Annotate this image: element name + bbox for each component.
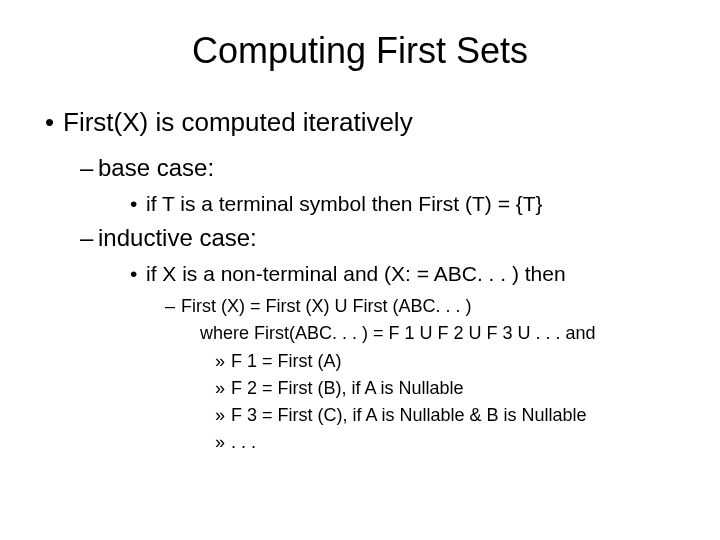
main-point-text: First(X) is computed iteratively bbox=[63, 107, 413, 137]
base-case-header: –base case: bbox=[80, 154, 680, 182]
inductive-sub1: –First (X) = First (X) U First (ABC. . .… bbox=[165, 294, 680, 318]
inductive-case-rule-text: if X is a non-terminal and (X: = ABC. . … bbox=[146, 262, 566, 285]
bullet-icon: • bbox=[130, 262, 146, 286]
inductive-case-label: inductive case: bbox=[98, 224, 257, 251]
inductive-sub1-text: First (X) = First (X) U First (ABC. . . … bbox=[181, 296, 471, 316]
inductive-sub1-where: where First(ABC. . . ) = F 1 U F 2 U F 3… bbox=[200, 321, 680, 345]
dash-icon: – bbox=[80, 154, 98, 182]
base-case-rule-text: if T is a terminal symbol then First (T)… bbox=[146, 192, 543, 215]
base-case-rule: •if T is a terminal symbol then First (T… bbox=[130, 192, 680, 216]
f1-line: »F 1 = First (A) bbox=[215, 349, 680, 373]
f2-line: »F 2 = First (B), if A is Nullable bbox=[215, 376, 680, 400]
raquo-icon: » bbox=[215, 349, 231, 373]
ellipsis-line: ». . . bbox=[215, 430, 680, 454]
bullet-icon: • bbox=[130, 192, 146, 216]
ellipsis-text: . . . bbox=[231, 432, 256, 452]
base-case-label: base case: bbox=[98, 154, 214, 181]
f1-text: F 1 = First (A) bbox=[231, 351, 342, 371]
raquo-icon: » bbox=[215, 430, 231, 454]
dash-icon: – bbox=[80, 224, 98, 252]
raquo-icon: » bbox=[215, 403, 231, 427]
raquo-icon: » bbox=[215, 376, 231, 400]
slide-title: Computing First Sets bbox=[40, 30, 680, 72]
dash-icon: – bbox=[165, 294, 181, 318]
bullet-icon: • bbox=[45, 107, 63, 138]
inductive-case-header: –inductive case: bbox=[80, 224, 680, 252]
f2-text: F 2 = First (B), if A is Nullable bbox=[231, 378, 464, 398]
inductive-case-rule: •if X is a non-terminal and (X: = ABC. .… bbox=[130, 262, 680, 286]
f3-line: »F 3 = First (C), if A is Nullable & B i… bbox=[215, 403, 680, 427]
f3-text: F 3 = First (C), if A is Nullable & B is… bbox=[231, 405, 587, 425]
inductive-sub1-where-text: where First(ABC. . . ) = F 1 U F 2 U F 3… bbox=[200, 323, 596, 343]
main-bullet: •First(X) is computed iteratively bbox=[45, 107, 680, 138]
